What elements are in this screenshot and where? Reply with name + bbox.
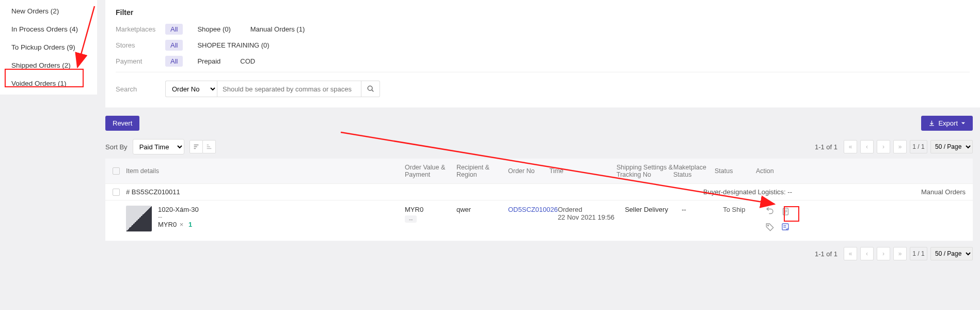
th-recipient: Recipient & Region: [456, 164, 508, 178]
table-row: 1020-Xám-30 -- MYR0 × 1 MYR0 -- qwer: [105, 200, 973, 241]
svg-point-0: [368, 86, 372, 90]
th-mk-status: Maketplace Status: [673, 164, 715, 178]
tag-action-button[interactable]: [764, 221, 776, 233]
search-button[interactable]: [361, 81, 380, 97]
filter-chip-store-shopee-training[interactable]: SHOPEE TRAINING (0): [192, 40, 274, 51]
page-next-bottom[interactable]: ›: [877, 247, 890, 260]
sidebar-item-to-pickup[interactable]: To Pickup Orders (9): [0, 38, 97, 56]
th-status: Status: [715, 167, 756, 175]
revert-action-button[interactable]: [764, 206, 776, 217]
sort-label: Sort By: [105, 143, 128, 151]
product-price: MYR0: [158, 221, 177, 228]
th-order-value: Order Value & Payment: [405, 164, 456, 178]
product-variant-dash: --: [158, 213, 199, 221]
sidebar: New Orders (2) In Process Orders (4) To …: [0, 0, 97, 95]
marketplace-status: --: [682, 206, 723, 213]
revert-button[interactable]: Revert: [105, 116, 139, 131]
th-time: Time: [549, 167, 617, 175]
sidebar-item-voided[interactable]: Voided Orders (1): [0, 74, 97, 92]
sort-select[interactable]: Paid Time: [133, 139, 184, 154]
shipping-setting: Seller Delivery: [625, 206, 682, 213]
svg-line-1: [372, 90, 373, 91]
download-icon: [928, 120, 935, 127]
search-icon: [367, 85, 375, 93]
buyer-logistics: Buyer-designated Logistics: --: [703, 188, 792, 196]
filter-label-marketplaces: Marketplaces: [116, 25, 165, 33]
order-value: MYR0: [405, 206, 456, 213]
export-button[interactable]: Export: [921, 116, 973, 131]
th-order-no: Order No: [508, 167, 549, 175]
filter-label-payment: Payment: [116, 57, 165, 65]
page-first-bottom[interactable]: «: [844, 247, 857, 260]
order-status: To Ship: [723, 206, 764, 213]
sort-asc-button[interactable]: [202, 140, 216, 153]
filter-chip-all-marketplaces[interactable]: All: [165, 24, 183, 35]
page-info-top: 1-1 of 1: [815, 143, 837, 151]
order-no-link[interactable]: OD5SCZ010026: [508, 206, 558, 213]
time-value: 22 Nov 2021 19:56: [558, 213, 625, 221]
filter-divider: [116, 72, 970, 72]
note-action-button[interactable]: [780, 206, 791, 217]
order-id: # BS5SCZ010011: [126, 188, 180, 196]
filter-chip-all-payment[interactable]: All: [165, 56, 183, 67]
filter-chip-manual[interactable]: Manual Orders (1): [245, 24, 310, 35]
product-qty: 1: [188, 221, 192, 228]
undo-icon: [765, 207, 774, 216]
caret-down-icon: [961, 121, 966, 126]
per-page-top[interactable]: 50 / Page: [930, 140, 973, 153]
page-info-bottom: 1-1 of 1: [815, 250, 837, 258]
page-last-top[interactable]: »: [893, 140, 907, 153]
page-first-top[interactable]: «: [844, 140, 857, 153]
page-current-top: 1 / 1: [910, 140, 927, 153]
sort-asc-icon: [206, 143, 213, 150]
sort-desc-button[interactable]: [189, 140, 203, 153]
filter-chip-prepaid[interactable]: Prepaid: [192, 56, 226, 67]
orders-table: Item details Order Value & Payment Recip…: [105, 159, 973, 241]
tag-icon: [765, 222, 774, 231]
recipient-name: qwer: [456, 206, 508, 213]
payment-badge: --: [405, 215, 417, 223]
th-item: Item details: [126, 167, 405, 175]
qty-separator: ×: [180, 221, 184, 228]
th-action: Action: [756, 167, 787, 175]
export-label: Export: [938, 119, 958, 127]
filter-label-stores: Stores: [116, 41, 165, 49]
filter-title: Filter: [116, 8, 970, 17]
page-last-bottom[interactable]: »: [893, 247, 907, 260]
sidebar-item-new-orders[interactable]: New Orders (2): [0, 2, 97, 20]
svg-point-12: [768, 225, 769, 226]
filter-panel: Filter Marketplaces All Shopee (0) Manua…: [105, 0, 980, 107]
search-input[interactable]: [217, 81, 361, 97]
document-icon: [781, 207, 790, 216]
order-source: Manual Orders: [921, 188, 966, 196]
detail-action-button[interactable]: [780, 221, 791, 233]
select-all-checkbox[interactable]: [113, 167, 120, 175]
filter-chip-all-stores[interactable]: All: [165, 40, 183, 51]
row-checkbox[interactable]: [113, 189, 120, 196]
filter-chip-shopee[interactable]: Shopee (0): [192, 24, 235, 35]
list-check-icon: [781, 222, 790, 231]
sidebar-item-shipped[interactable]: Shipped Orders (2): [0, 56, 97, 74]
product-thumbnail: [126, 206, 152, 231]
search-field-select[interactable]: Order No: [165, 81, 217, 97]
sidebar-item-in-process[interactable]: In Process Orders (4): [0, 20, 97, 38]
filter-chip-cod[interactable]: COD: [235, 56, 260, 67]
time-label: Ordered: [558, 206, 625, 213]
sort-desc-icon: [193, 143, 200, 150]
filter-label-search: Search: [116, 85, 165, 93]
product-name: 1020-Xám-30: [158, 206, 199, 213]
per-page-bottom[interactable]: 50 / Page: [930, 247, 973, 260]
page-prev-bottom[interactable]: ‹: [860, 247, 874, 260]
th-shipping: Shipping Settings & Tracking No: [617, 164, 673, 178]
page-current-bottom: 1 / 1: [910, 247, 927, 260]
page-next-top[interactable]: ›: [877, 140, 890, 153]
page-prev-top[interactable]: ‹: [860, 140, 874, 153]
